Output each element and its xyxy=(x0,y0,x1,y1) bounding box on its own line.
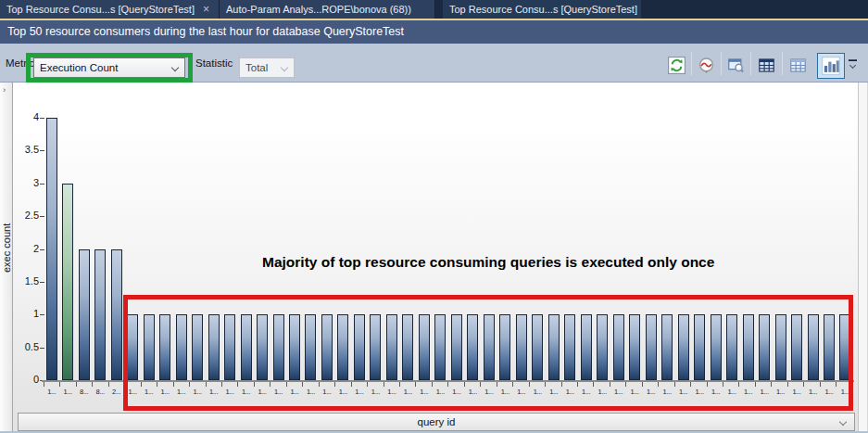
tab-top-resource-consumers-1[interactable]: Top Resource Consu...s [QueryStoreTest] … xyxy=(0,0,220,20)
bar[interactable] xyxy=(159,314,170,380)
bar[interactable] xyxy=(289,314,300,380)
bar[interactable] xyxy=(79,249,90,381)
metric-dropdown[interactable]: Execution Count xyxy=(33,57,185,78)
bar[interactable] xyxy=(548,314,560,380)
document-tab-bar: Top Resource Consu...s [QueryStoreTest] … xyxy=(0,0,868,20)
bar[interactable] xyxy=(273,314,284,380)
bar[interactable] xyxy=(499,314,510,380)
x-tick-label: 1... xyxy=(400,388,416,396)
refresh-button[interactable] xyxy=(667,56,686,75)
bar[interactable] xyxy=(661,314,673,380)
x-tick-mark xyxy=(708,382,723,387)
bar[interactable] xyxy=(176,314,187,380)
bar[interactable] xyxy=(241,314,252,380)
tab-top-resource-consumers-2[interactable]: Top Resource Consu...s [QueryStoreTest] xyxy=(443,0,641,20)
toolbar-separator xyxy=(750,52,751,75)
bar[interactable] xyxy=(597,314,608,380)
bar[interactable] xyxy=(791,314,802,380)
chart-view-icon xyxy=(822,57,840,75)
bar[interactable] xyxy=(305,314,316,380)
bar[interactable] xyxy=(532,314,543,380)
bar[interactable] xyxy=(370,314,381,380)
bar[interactable] xyxy=(419,314,430,380)
statistic-dropdown[interactable]: Total xyxy=(239,57,295,78)
x-tick-mark xyxy=(77,382,93,387)
grid-view-alt-button[interactable] xyxy=(788,56,808,75)
bar[interactable] xyxy=(484,314,495,380)
bar[interactable] xyxy=(127,314,138,380)
bar-cell xyxy=(691,118,707,380)
bar[interactable] xyxy=(839,314,850,380)
bar[interactable] xyxy=(775,314,786,380)
bar[interactable] xyxy=(46,118,57,380)
x-tick-mark xyxy=(222,382,238,387)
x-tick-mark xyxy=(448,382,464,387)
report-title-bar: Top 50 resource consumers during the las… xyxy=(0,20,868,44)
view-query-text-button[interactable] xyxy=(726,56,746,75)
x-tick-label: 1... xyxy=(788,388,804,396)
bar[interactable] xyxy=(759,314,770,380)
bar[interactable] xyxy=(613,314,624,380)
bar-cell xyxy=(433,118,448,380)
bar[interactable] xyxy=(94,249,106,381)
bar[interactable] xyxy=(581,314,592,380)
statistic-label: Statistic xyxy=(195,57,233,69)
bar[interactable] xyxy=(743,314,754,380)
bar-cell xyxy=(124,118,140,380)
refresh-icon xyxy=(668,57,686,74)
bar[interactable] xyxy=(354,314,365,380)
bar[interactable] xyxy=(192,314,203,380)
bar-cell xyxy=(773,118,788,380)
bar[interactable] xyxy=(434,314,446,380)
bar[interactable] xyxy=(808,314,819,380)
bar[interactable] xyxy=(111,249,122,381)
x-tick-label: 1... xyxy=(124,388,140,396)
bar-selected[interactable] xyxy=(62,184,73,380)
bar[interactable] xyxy=(711,314,722,380)
bar[interactable] xyxy=(257,314,268,380)
bar[interactable] xyxy=(824,314,835,380)
bar[interactable] xyxy=(694,314,705,380)
statistic-dropdown-value: Total xyxy=(245,62,268,73)
grid-view-button[interactable] xyxy=(757,56,776,75)
bar[interactable] xyxy=(224,314,235,380)
x-tick-label: 1... xyxy=(610,388,626,396)
x-tick-label: 1... xyxy=(384,388,399,396)
x-tick-label: 1... xyxy=(238,388,254,396)
bar[interactable] xyxy=(337,314,348,380)
x-tick-label: 1... xyxy=(254,388,270,396)
track-query-button[interactable] xyxy=(697,56,716,75)
x-tick-label: 1... xyxy=(481,388,497,396)
bar[interactable] xyxy=(629,314,640,380)
bar[interactable] xyxy=(402,314,413,380)
y-tick-label: 1 xyxy=(0,308,39,319)
chart-view-button[interactable] xyxy=(817,53,845,79)
chart-annotation: Majority of top resource consuming queri… xyxy=(262,254,714,271)
bar[interactable] xyxy=(516,314,527,380)
toolbar-overflow-icon[interactable] xyxy=(848,59,858,70)
bar[interactable] xyxy=(144,314,155,380)
x-axis-dropdown[interactable]: query id xyxy=(18,413,855,431)
chevron-down-icon xyxy=(171,64,179,71)
bar-cell xyxy=(157,118,172,380)
tab-label: Top Resource Consu...s [QueryStoreTest] xyxy=(449,4,637,15)
bar-cell xyxy=(530,118,546,380)
bar[interactable] xyxy=(564,314,575,380)
bar[interactable] xyxy=(678,314,689,380)
bar[interactable] xyxy=(451,314,462,380)
bar[interactable] xyxy=(321,314,333,380)
x-tick-mark xyxy=(739,382,755,387)
bar[interactable] xyxy=(208,314,220,380)
bar-cell xyxy=(594,118,610,380)
bar[interactable] xyxy=(386,314,397,380)
bar[interactable] xyxy=(726,314,737,380)
y-tick-label: 2.5 xyxy=(0,210,39,221)
expand-panel-icon[interactable]: › xyxy=(3,84,6,95)
tab-auto-param-analysis[interactable]: Auto-Param Analys...ROPE\bonova (68)) xyxy=(220,0,435,20)
bar[interactable] xyxy=(467,314,478,380)
bar[interactable] xyxy=(646,314,657,380)
x-tick-label: 8... xyxy=(92,388,107,396)
close-icon[interactable]: × xyxy=(201,5,211,14)
x-tick-mark xyxy=(157,382,173,387)
bar-cell xyxy=(756,118,772,380)
